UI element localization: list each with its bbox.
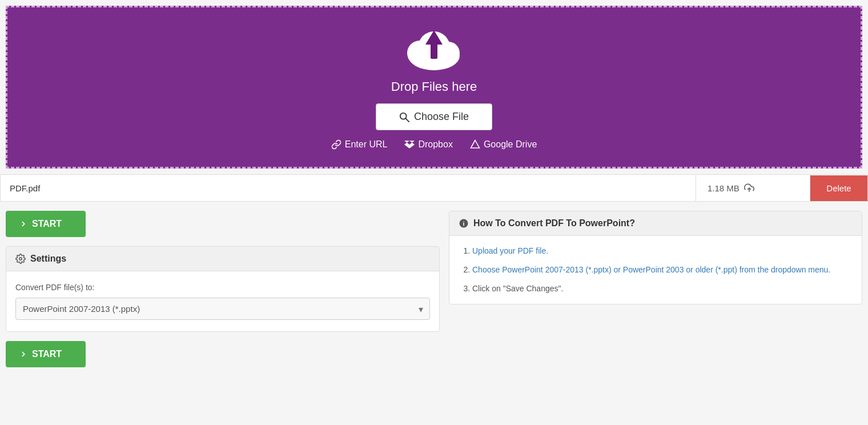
dropbox-icon <box>404 139 415 150</box>
how-to-step-1: Upload your PDF file. <box>472 245 850 257</box>
source-links: Enter URL Dropbox Google Drive <box>331 139 537 150</box>
drop-files-text: Drop Files here <box>391 79 477 94</box>
svg-point-5 <box>437 42 460 65</box>
file-size: 1.18 MB <box>696 175 810 201</box>
choose-file-label: Choose File <box>414 111 469 123</box>
google-drive-link[interactable]: Google Drive <box>470 139 537 150</box>
how-to-step-2: Choose PowerPoint 2007-2013 (*.pptx) or … <box>472 264 850 276</box>
right-panel: How To Convert PDF To PowerPoint? Upload… <box>449 211 862 304</box>
file-row: PDF.pdf 1.18 MB Delete <box>0 174 868 202</box>
google-drive-icon <box>470 139 480 150</box>
settings-panel: Settings Convert PDF file(s) to: PowerPo… <box>6 246 440 332</box>
upload-icon <box>744 183 754 193</box>
chevron-right-icon-2 <box>19 350 27 358</box>
url-icon <box>331 139 341 150</box>
drop-zone[interactable]: Drop Files here Choose File Enter URL Dr… <box>6 6 862 169</box>
chevron-right-icon <box>19 220 27 228</box>
format-select[interactable]: PowerPoint 2007-2013 (*.pptx) PowerPoint… <box>15 298 430 320</box>
start-button-bottom[interactable]: START <box>6 341 86 367</box>
svg-line-9 <box>406 118 409 121</box>
svg-point-8 <box>400 113 407 119</box>
svg-marker-13 <box>471 141 479 149</box>
choose-file-button[interactable]: Choose File <box>376 103 492 130</box>
gear-icon <box>15 254 26 264</box>
how-to-header: How To Convert PDF To PowerPoint? <box>449 211 862 236</box>
dropbox-link[interactable]: Dropbox <box>404 139 452 150</box>
settings-header: Settings <box>6 247 439 271</box>
file-name: PDF.pdf <box>1 175 696 201</box>
svg-point-16 <box>19 258 22 260</box>
main-content: START Settings Convert PDF file(s) to: P… <box>0 202 868 376</box>
left-panel: START Settings Convert PDF file(s) to: P… <box>6 211 440 367</box>
start-button-top[interactable]: START <box>6 211 86 237</box>
delete-button[interactable]: Delete <box>810 175 867 201</box>
settings-body: Convert PDF file(s) to: PowerPoint 2007-… <box>6 271 439 331</box>
how-to-box: How To Convert PDF To PowerPoint? Upload… <box>449 211 862 304</box>
enter-url-link[interactable]: Enter URL <box>331 139 388 150</box>
info-icon <box>459 218 469 228</box>
svg-line-14 <box>471 141 475 149</box>
how-to-title: How To Convert PDF To PowerPoint? <box>473 218 635 228</box>
upload-cloud-icon <box>405 25 463 70</box>
convert-label: Convert PDF file(s) to: <box>15 283 430 292</box>
search-icon <box>399 112 409 122</box>
how-to-body: Upload your PDF file. Choose PowerPoint … <box>449 236 862 304</box>
how-to-step-3: Click on "Save Changes". <box>472 283 850 295</box>
settings-title: Settings <box>30 254 66 264</box>
format-select-wrapper: PowerPoint 2007-2013 (*.pptx) PowerPoint… <box>15 298 430 320</box>
